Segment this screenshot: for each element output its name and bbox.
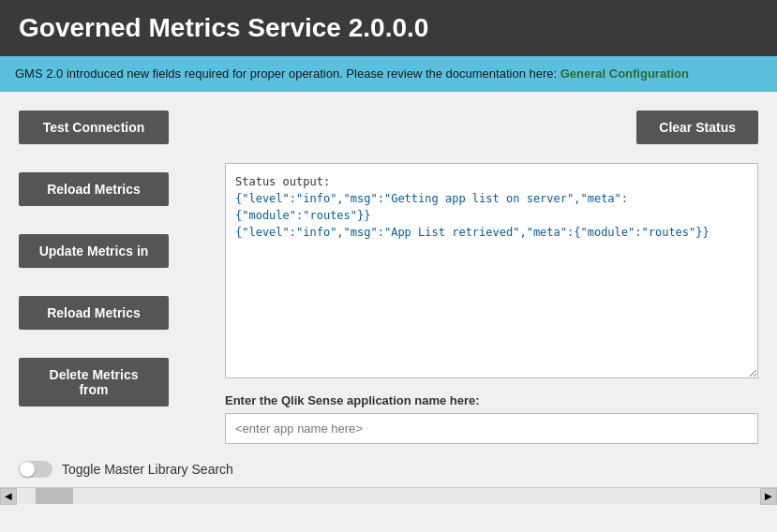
toggle-knob [20,462,35,477]
banner-link[interactable]: General Configuration [560,66,689,81]
update-metrics-group: Update Metrics in [19,234,206,268]
app-name-section: Enter the Qlik Sense application name he… [225,393,758,444]
reload-metrics-1-button[interactable]: Reload Metrics [19,172,169,206]
test-connection-group: Test Connection [19,111,206,144]
status-label: Status output: [235,175,330,188]
test-connection-button[interactable]: Test Connection [19,111,169,144]
clear-status-button[interactable]: Clear Status [636,111,758,144]
reload-metrics-2-button[interactable]: Reload Metrics [19,296,169,330]
app-title: Governed Metrics Service 2.0.0.0 [19,13,428,42]
toggle-section: Toggle Master Library Search [0,453,777,487]
scroll-left-arrow[interactable]: ◀ [0,488,17,505]
right-column: Clear Status Status output: {"level":"in… [225,111,758,444]
toggle-label: Toggle Master Library Search [62,462,233,477]
delete-metrics-button[interactable]: Delete Metrics from [19,358,169,406]
status-output-area: Status output: {"level":"info","msg":"Ge… [225,163,758,378]
delete-metrics-group: Delete Metrics from [19,358,206,406]
app-header: Governed Metrics Service 2.0.0.0 [0,0,777,56]
scroll-track[interactable] [17,488,760,504]
scroll-right-arrow[interactable]: ▶ [760,488,777,505]
master-library-toggle[interactable] [19,461,52,478]
scroll-thumb[interactable] [36,488,73,504]
banner-text: GMS 2.0 introduced new fields required f… [15,66,560,81]
horizontal-scrollbar: ◀ ▶ [0,487,777,504]
status-line-3: {"level":"info","msg":"App List retrieve… [235,226,710,239]
left-column: Test Connection Reload Metrics Update Me… [19,111,206,444]
main-content: Test Connection Reload Metrics Update Me… [0,92,777,453]
reload-metrics-1-group: Reload Metrics [19,172,206,206]
status-line-2: {"module":"routes"}} [235,209,371,222]
update-metrics-button[interactable]: Update Metrics in [19,234,169,268]
app-name-input[interactable] [225,413,758,444]
info-banner: GMS 2.0 introduced new fields required f… [0,56,777,92]
top-bar: Clear Status [225,111,758,144]
reload-metrics-2-group: Reload Metrics [19,296,206,330]
app-name-label: Enter the Qlik Sense application name he… [225,393,758,407]
app-wrapper: Governed Metrics Service 2.0.0.0 GMS 2.0… [0,0,777,504]
status-line-1: {"level":"info","msg":"Getting app list … [235,192,628,205]
